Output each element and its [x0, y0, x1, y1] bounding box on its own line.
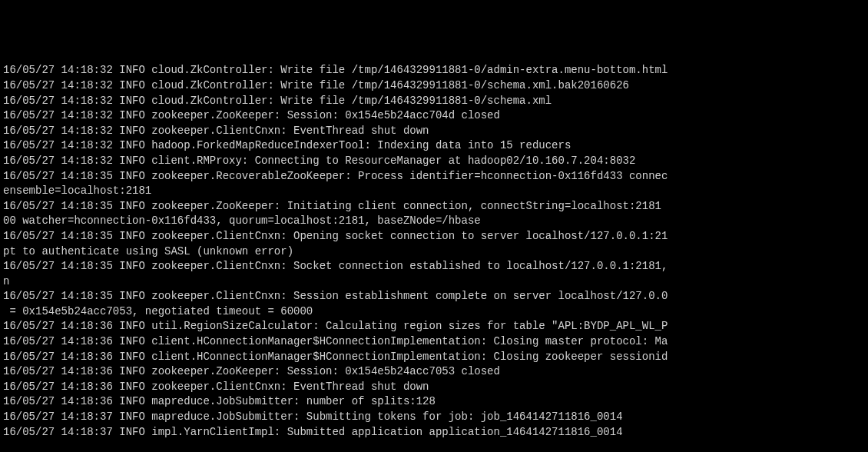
log-line: 16/05/27 14:18:36 INFO client.HConnectio… — [3, 334, 865, 350]
log-line: 16/05/27 14:18:35 INFO zookeeper.ClientC… — [3, 229, 865, 244]
log-line: ensemble=localhost:2181 — [3, 184, 865, 199]
log-line: 16/05/27 14:18:37 INFO impl.YarnClientIm… — [3, 425, 865, 440]
log-line: 16/05/27 14:18:32 INFO hadoop.ForkedMapR… — [3, 138, 865, 154]
log-line: 16/05/27 14:18:36 INFO client.HConnectio… — [3, 350, 865, 365]
log-line: 16/05/27 14:18:37 INFO mapreduce.JobSubm… — [3, 410, 865, 425]
log-line: 16/05/27 14:18:36 INFO zookeeper.ClientC… — [3, 380, 865, 395]
log-line: 16/05/27 14:18:36 INFO mapreduce.JobSubm… — [3, 394, 865, 410]
log-line: 16/05/27 14:18:35 INFO zookeeper.ClientC… — [3, 259, 865, 274]
log-line: 16/05/27 14:18:32 INFO zookeeper.ClientC… — [3, 124, 865, 139]
log-line: pt to authenticate using SASL (unknown e… — [3, 244, 865, 260]
log-line: 16/05/27 14:18:35 INFO zookeeper.ClientC… — [3, 289, 865, 304]
log-line: 16/05/27 14:18:32 INFO zookeeper.ZooKeep… — [3, 108, 865, 124]
log-line: 00 watcher=hconnection-0x116fd433, quoru… — [3, 214, 865, 229]
log-line: 16/05/27 14:18:32 INFO cloud.ZkControlle… — [3, 78, 865, 94]
log-line: 16/05/27 14:18:36 INFO util.RegionSizeCa… — [3, 319, 865, 334]
log-line: 16/05/27 14:18:32 INFO cloud.ZkControlle… — [3, 63, 865, 78]
log-line: n — [3, 274, 865, 290]
log-line: 16/05/27 14:18:32 INFO cloud.ZkControlle… — [3, 94, 865, 109]
log-line: = 0x154e5b24acc7053, negotiated timeout … — [3, 304, 865, 320]
log-line: 16/05/27 14:18:35 INFO zookeeper.Recover… — [3, 169, 865, 184]
log-line: 16/05/27 14:18:32 INFO client.RMProxy: C… — [3, 154, 865, 169]
log-line: 16/05/27 14:18:35 INFO zookeeper.ZooKeep… — [3, 199, 865, 214]
terminal-log-output: 16/05/27 14:18:32 INFO cloud.ZkControlle… — [3, 63, 865, 440]
log-line: 16/05/27 14:18:36 INFO zookeeper.ZooKeep… — [3, 364, 865, 380]
